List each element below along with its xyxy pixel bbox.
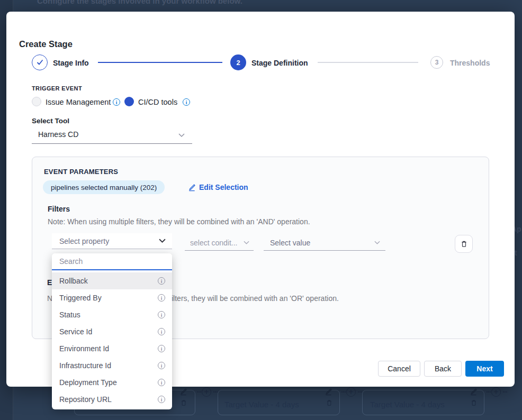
trash-icon bbox=[180, 399, 187, 407]
radio-cicd-tools-label[interactable]: CI/CD tools bbox=[138, 98, 177, 106]
trash-icon bbox=[460, 240, 468, 248]
edit-icon bbox=[470, 388, 478, 396]
dropdown-item-label: Environment Id bbox=[59, 344, 109, 353]
chevron-down-icon bbox=[178, 133, 185, 138]
dropdown-item-status[interactable]: Status i bbox=[52, 306, 172, 323]
dropdown-item-environment-id[interactable]: Environment Id i bbox=[52, 340, 172, 357]
selection-badge: pipelines selected manually (202) bbox=[43, 180, 165, 194]
chevron-down-icon bbox=[374, 241, 380, 245]
event-parameters-heading: EVENT PARAMETERS bbox=[44, 168, 118, 176]
value-select-placeholder: Select value bbox=[270, 239, 310, 247]
property-dropdown: Rollback i Triggered By i Status i Servi… bbox=[52, 253, 172, 409]
dropdown-item-label: Triggered By bbox=[59, 294, 102, 302]
step-stage-info-indicator[interactable] bbox=[32, 54, 48, 70]
trigger-event-label: TRIGGER EVENT bbox=[32, 85, 82, 92]
dropdown-item-deployment-type[interactable]: Deployment Type i bbox=[52, 374, 172, 391]
chevron-down-icon bbox=[159, 239, 166, 243]
property-select-placeholder: Select property bbox=[59, 237, 109, 245]
edit-icon bbox=[179, 388, 187, 396]
select-tool-label: Select Tool bbox=[32, 117, 69, 125]
step-stage-definition-label: Stage Definition bbox=[251, 59, 308, 67]
condition-select[interactable]: select condit... bbox=[185, 235, 254, 251]
check-icon bbox=[37, 59, 43, 66]
stage-card-label: Target Value - 4 days bbox=[370, 400, 445, 409]
trash-icon bbox=[470, 399, 478, 407]
radio-cicd-tools[interactable] bbox=[124, 97, 134, 106]
create-stage-modal: Create Stage Stage Info 2 Stage Definiti… bbox=[6, 12, 515, 387]
background-heading: Configure the stages involved in your wo… bbox=[37, 0, 242, 5]
modal-title: Create Stage bbox=[19, 39, 73, 49]
step-stage-info-label: Stage Info bbox=[53, 59, 89, 67]
info-icon[interactable]: i bbox=[158, 345, 165, 352]
chevron-down-icon bbox=[244, 241, 249, 245]
radio-issue-management[interactable] bbox=[32, 97, 41, 106]
info-icon[interactable]: i bbox=[158, 294, 165, 302]
connector-dots bbox=[503, 391, 507, 392]
add-stage-icon: + bbox=[202, 387, 211, 397]
edit-icon bbox=[325, 388, 332, 396]
dropdown-item-repository-url[interactable]: Repository URL i bbox=[52, 391, 172, 408]
dropdown-item-service-id[interactable]: Service Id i bbox=[52, 323, 172, 340]
dropdown-item-label: Repository URL bbox=[59, 395, 112, 404]
stepper-connector bbox=[318, 62, 418, 63]
step-thresholds-indicator[interactable]: 3 bbox=[430, 56, 443, 69]
condition-select-placeholder: select condit... bbox=[190, 239, 238, 247]
connector-dots bbox=[341, 391, 346, 392]
event-parameters-panel: EVENT PARAMETERS pipelines selected manu… bbox=[32, 157, 489, 339]
filters-note: Note: When using multiple filters, they … bbox=[48, 217, 310, 226]
property-select[interactable]: Select property bbox=[52, 233, 172, 249]
property-dropdown-list: Rollback i Triggered By i Status i Servi… bbox=[52, 270, 172, 408]
dropdown-item-label: Infrastructure Id bbox=[59, 361, 111, 370]
dropdown-item-triggered-by[interactable]: Triggered By i bbox=[52, 289, 172, 306]
tool-select-value: Harness CD bbox=[38, 130, 78, 139]
radio-issue-management-label[interactable]: Issue Management bbox=[46, 98, 111, 106]
info-icon[interactable]: i bbox=[158, 379, 165, 386]
info-icon[interactable]: i bbox=[158, 396, 165, 403]
back-button[interactable]: Back bbox=[424, 361, 462, 377]
dropdown-item-label: Rollback bbox=[59, 277, 88, 285]
value-select[interactable]: Select value bbox=[264, 235, 385, 251]
info-icon[interactable]: i bbox=[158, 277, 165, 285]
info-icon[interactable]: i bbox=[158, 311, 165, 318]
page-background: Configure the stages involved in your wo… bbox=[0, 0, 522, 420]
filters-heading: Filters bbox=[48, 205, 70, 213]
connector-dots bbox=[358, 391, 362, 392]
add-stage-icon: + bbox=[491, 387, 501, 397]
info-icon[interactable]: i bbox=[183, 98, 190, 106]
info-icon[interactable]: i bbox=[158, 328, 165, 335]
stage-card-label: Target Value - 4 days bbox=[224, 400, 299, 409]
connector-dots bbox=[487, 391, 491, 392]
dropdown-item-label: Service Id bbox=[59, 327, 92, 336]
add-stage-icon: + bbox=[346, 387, 356, 397]
edit-selection-label: Edit Selection bbox=[199, 183, 248, 191]
dropdown-item-rollback[interactable]: Rollback i bbox=[52, 272, 172, 289]
search-input[interactable] bbox=[52, 253, 172, 270]
dropdown-item-infrastructure-id[interactable]: Infrastructure Id i bbox=[52, 357, 172, 374]
background-stage-card: Target Value - 4 days bbox=[362, 390, 484, 415]
step-thresholds-label: Thresholds bbox=[450, 59, 490, 67]
info-icon[interactable]: i bbox=[113, 98, 120, 106]
cancel-button[interactable]: Cancel bbox=[378, 361, 420, 377]
info-icon[interactable]: i bbox=[158, 362, 165, 369]
connector-dots bbox=[213, 391, 218, 392]
trash-icon bbox=[326, 399, 333, 407]
connector-dots bbox=[197, 391, 201, 392]
step-stage-definition-indicator[interactable]: 2 bbox=[230, 54, 246, 70]
dropdown-item-label: Deployment Type bbox=[59, 378, 117, 387]
background-stage-card: Target Value - 4 days bbox=[218, 390, 340, 415]
dropdown-item-label: Status bbox=[59, 311, 80, 319]
edit-icon bbox=[188, 184, 196, 191]
delete-filter-button[interactable] bbox=[455, 235, 473, 253]
edit-selection-button[interactable]: Edit Selection bbox=[188, 183, 248, 191]
stepper-connector bbox=[98, 62, 222, 63]
next-button[interactable]: Next bbox=[465, 361, 504, 377]
tool-select[interactable]: Harness CD bbox=[32, 126, 192, 144]
